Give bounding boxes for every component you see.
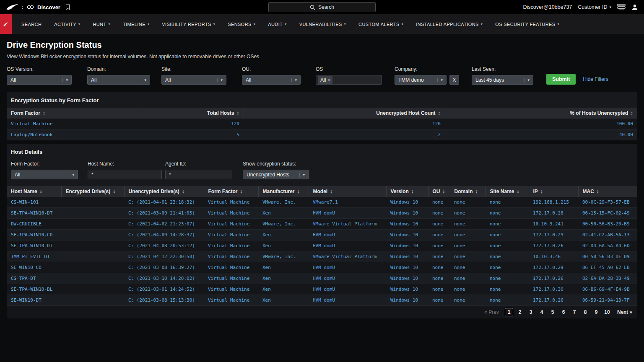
nav-collapse-button[interactable] bbox=[0, 14, 12, 34]
last-seen-select[interactable]: Last 45 days ▾ bbox=[472, 75, 533, 85]
pagination-next[interactable]: Next » bbox=[617, 309, 632, 315]
sort-icon[interactable]: ▲▼ bbox=[40, 190, 42, 194]
host-name-link[interactable]: SE-TPA-WIN10-BL bbox=[7, 284, 61, 295]
column-header-unencrypted-drive-s[interactable]: Unencrypted Drive(s)▲▼ bbox=[124, 186, 204, 197]
host-name-link[interactable]: SE-TPA-WIN10-DT bbox=[7, 240, 61, 251]
host-name-link[interactable]: CS-TPA-DT bbox=[7, 273, 61, 284]
column-header-encrypted-drive-s[interactable]: Encrypted Drive(s)▲▼ bbox=[61, 186, 124, 197]
sort-icon[interactable]: ▲▼ bbox=[237, 111, 239, 116]
column-header-manufacturer[interactable]: Manufacturer▲▼ bbox=[258, 186, 309, 197]
remove-tag-icon[interactable]: x bbox=[328, 78, 330, 82]
ou-select[interactable]: All ▾ bbox=[242, 75, 301, 85]
form-factor-link[interactable]: Virtual Machine bbox=[7, 119, 141, 129]
encryption-status-select[interactable]: Unencrypted Hosts ▾ bbox=[243, 170, 309, 179]
nav-item-custom-alerts[interactable]: CUSTOM ALERTS▾ bbox=[352, 22, 410, 27]
agent-id-input[interactable] bbox=[165, 170, 232, 179]
host-name-link[interactable]: TMM-PI-EVIL-DT bbox=[7, 251, 61, 262]
site-select[interactable]: All ▾ bbox=[161, 75, 226, 85]
pagination-page-10[interactable]: 10 bbox=[603, 308, 611, 316]
company-clear-button[interactable]: X bbox=[449, 75, 459, 85]
global-search-input[interactable]: Search bbox=[268, 2, 376, 12]
discover-app-icon[interactable] bbox=[27, 4, 34, 10]
sort-icon[interactable]: ▲▼ bbox=[631, 111, 633, 116]
cell-ou: none bbox=[428, 208, 450, 219]
pagination-page-1[interactable]: 1 bbox=[505, 308, 513, 316]
nav-item-activity[interactable]: ACTIVITY▾ bbox=[48, 22, 86, 27]
column-header-ip[interactable]: IP▲▼ bbox=[529, 186, 578, 197]
sort-icon[interactable]: ▲▼ bbox=[113, 190, 115, 194]
hosts-stack-icon[interactable] bbox=[617, 4, 626, 10]
host-name-link[interactable]: DW-CRUCIBLE bbox=[7, 219, 61, 230]
customer-id-menu[interactable]: Customer ID ▾ bbox=[578, 4, 611, 10]
submit-button[interactable]: Submit bbox=[546, 74, 576, 85]
pagination-page-5[interactable]: 5 bbox=[548, 308, 557, 316]
host-name-link[interactable]: CS-WIN-101 bbox=[7, 197, 61, 208]
sort-icon[interactable]: ▲▼ bbox=[411, 190, 414, 194]
os-version-select[interactable]: All ▾ bbox=[7, 75, 72, 85]
sort-desc-icon: ▼ bbox=[517, 192, 519, 194]
column-header-form-factor[interactable]: Form Factor▲▼ bbox=[204, 186, 258, 197]
sort-icon[interactable]: ▲▼ bbox=[297, 190, 300, 194]
column-header-of-hosts-unencrypted[interactable]: % of Hosts Unencrypted▲▼ bbox=[445, 108, 637, 119]
hide-filters-link[interactable]: Hide Filters bbox=[583, 76, 608, 82]
nav-item-vulnerabilities[interactable]: VULNERABILITIES▾ bbox=[293, 22, 352, 27]
pagination-page-2[interactable]: 2 bbox=[516, 308, 524, 316]
sort-icon[interactable]: ▲▼ bbox=[438, 111, 441, 116]
cell-ip: 172.17.0.26 bbox=[529, 295, 578, 306]
sort-icon[interactable]: ▲▼ bbox=[443, 190, 445, 194]
pagination-page-3[interactable]: 3 bbox=[527, 308, 535, 316]
chevron-down-icon: ▾ bbox=[344, 22, 346, 26]
pagination-page-9[interactable]: 9 bbox=[592, 308, 600, 316]
nav-item-audit[interactable]: AUDIT▾ bbox=[262, 22, 293, 27]
sort-icon[interactable]: ▲▼ bbox=[597, 190, 599, 194]
column-header-unencrypted-host-count[interactable]: Unencrypted Host Count▲▼ bbox=[244, 108, 445, 119]
host-name-link[interactable]: SE-TPA-WIN10-CO bbox=[7, 230, 61, 240]
nav-item-hunt[interactable]: HUNT▾ bbox=[86, 22, 117, 27]
column-header-site-name[interactable]: Site Name▲▼ bbox=[486, 186, 529, 197]
host-form-factor-select[interactable]: All ▾ bbox=[11, 170, 78, 179]
pagination-page-6[interactable]: 6 bbox=[559, 308, 568, 316]
nav-item-installed-applications[interactable]: INSTALLED APPLICATIONS▾ bbox=[410, 22, 489, 27]
host-filter-bar: Form Factor: All ▾ Host Name: Agent ID: … bbox=[7, 159, 637, 186]
nav-item-timeline[interactable]: TIMELINE▾ bbox=[117, 22, 156, 27]
cell-domain: none bbox=[450, 230, 486, 240]
host-name-link[interactable]: SE-WIN10-DT bbox=[7, 295, 61, 306]
sort-icon[interactable]: ▲▼ bbox=[240, 190, 243, 194]
falcon-logo-icon[interactable] bbox=[6, 4, 18, 10]
pagination-page-8[interactable]: 8 bbox=[581, 308, 589, 316]
nav-item-visibility-reports[interactable]: VISIBILITY REPORTS▾ bbox=[156, 22, 221, 27]
sort-icon[interactable]: ▲▼ bbox=[540, 190, 543, 194]
column-header-domain[interactable]: Domain▲▼ bbox=[450, 186, 486, 197]
host-name-link[interactable]: SE-WIN10-CO bbox=[7, 262, 61, 273]
company-select[interactable]: TMM demo ▾ bbox=[395, 75, 447, 85]
pagination-page-7[interactable]: 7 bbox=[570, 308, 579, 316]
sort-icon[interactable]: ▲▼ bbox=[182, 190, 184, 194]
os-label: OS bbox=[316, 66, 382, 72]
chevron-down-icon: ▾ bbox=[141, 78, 146, 82]
host-name-link[interactable]: SE-TPA-WIN10-DT bbox=[7, 208, 61, 219]
domain-select[interactable]: All ▾ bbox=[87, 75, 150, 85]
column-header-host-name[interactable]: Host Name▲▼ bbox=[7, 186, 61, 197]
pagination-prev[interactable]: « Prev bbox=[484, 309, 499, 315]
sort-icon[interactable]: ▲▼ bbox=[517, 190, 519, 194]
nav-item-search[interactable]: SEARCH bbox=[15, 22, 48, 27]
chevron-down-icon: ▾ bbox=[609, 5, 611, 9]
column-header-total-hosts[interactable]: Total Hosts▲▼ bbox=[141, 108, 244, 119]
column-header-mac[interactable]: MAC▲▼ bbox=[578, 186, 637, 197]
os-tag-input[interactable]: All x bbox=[316, 75, 382, 85]
user-profile-icon[interactable] bbox=[631, 4, 638, 10]
pagination-page-4[interactable]: 4 bbox=[538, 308, 546, 316]
nav-item-os-security-features[interactable]: OS SECURITY FEATURES▾ bbox=[489, 22, 566, 27]
bookmark-icon[interactable] bbox=[65, 4, 70, 10]
column-header-ou[interactable]: OU▲▼ bbox=[428, 186, 450, 197]
form-factor-link[interactable]: Laptop/Notebook bbox=[7, 129, 141, 140]
column-header-model[interactable]: Model▲▼ bbox=[309, 186, 386, 197]
customer-id-label: Customer ID bbox=[578, 4, 607, 10]
host-name-input[interactable] bbox=[88, 170, 162, 179]
sort-icon[interactable]: ▲▼ bbox=[43, 111, 45, 116]
nav-item-sensors[interactable]: SENSORS▾ bbox=[221, 22, 262, 27]
column-header-form-factor[interactable]: Form Factor▲▼ bbox=[7, 108, 141, 119]
sort-icon[interactable]: ▲▼ bbox=[475, 190, 478, 194]
sort-icon[interactable]: ▲▼ bbox=[330, 190, 332, 194]
column-header-version[interactable]: Version▲▼ bbox=[386, 186, 428, 197]
